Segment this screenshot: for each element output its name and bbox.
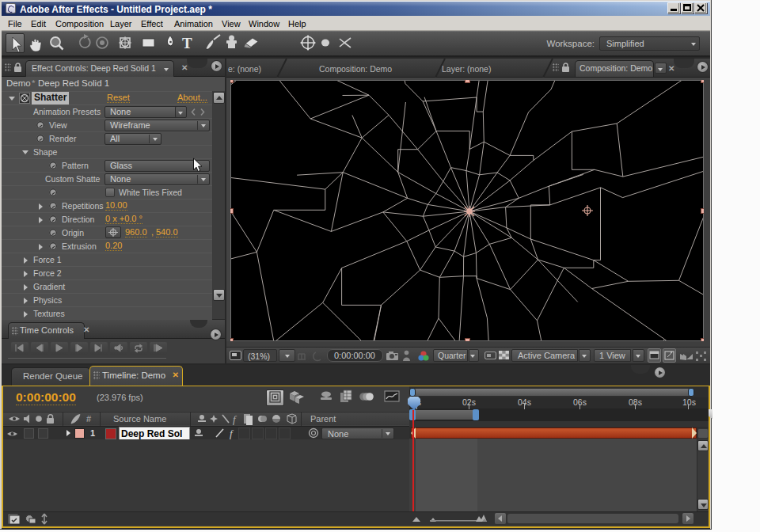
svg-text:f: f [233,413,238,425]
svg-text:T: T [182,35,192,51]
svg-text:f: f [230,428,234,439]
